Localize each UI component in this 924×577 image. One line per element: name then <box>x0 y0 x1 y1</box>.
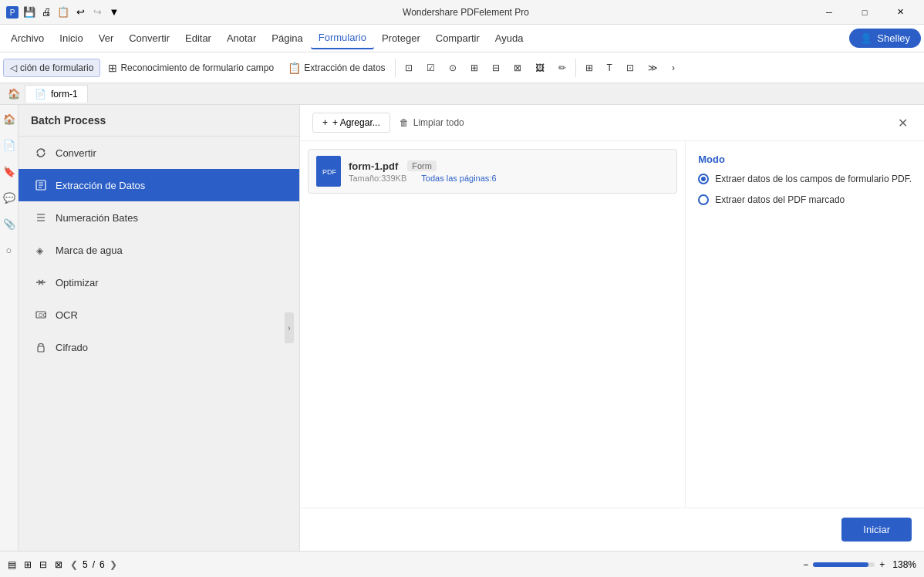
toolbar-icon1[interactable]: ⊡ <box>399 59 419 76</box>
toolbar-icon8[interactable]: ✏ <box>552 59 572 76</box>
sidebar-signature-icon[interactable]: ○ <box>2 242 17 258</box>
menu-convertir[interactable]: Convertir <box>121 28 177 49</box>
left-sidebar: 🏠 📄 🔖 💬 📎 ○ <box>0 105 19 551</box>
batch-content-header: + + Agregar... 🗑 Limpiar todo ✕ <box>300 105 924 141</box>
toolbar-icon9[interactable]: ⊞ <box>579 59 599 76</box>
svg-text:OCR: OCR <box>39 312 47 318</box>
close-batch-button[interactable]: ✕ <box>893 113 912 132</box>
user-icon: 👤 <box>860 32 872 44</box>
mode-radio-2 <box>698 194 709 205</box>
document-tab[interactable]: 📄 form-1 <box>25 85 88 103</box>
optimizar-label: Optimizar <box>56 277 99 288</box>
toolbar-icon7[interactable]: 🖼 <box>529 59 551 76</box>
bottom-bar: ▤ ⊞ ⊟ ⊠ ❮ 5 / 6 ❯ − + 138% <box>0 551 924 577</box>
batch-title: Batch Process <box>19 105 299 137</box>
toolbar-separator-1 <box>395 59 396 77</box>
sidebar-page-icon[interactable]: 📄 <box>2 137 17 153</box>
undo-icon[interactable]: ↩ <box>74 6 86 19</box>
save-icon[interactable]: 💾 <box>23 6 35 19</box>
recognize-icon: ⊞ <box>108 62 117 74</box>
file-meta: Tamaño:339KB Todas las páginas:6 <box>349 174 669 183</box>
home-tab-icon[interactable]: 🏠 <box>3 83 25 105</box>
toolbar-icon12[interactable]: ≫ <box>642 59 664 76</box>
marca-label: Marca de agua <box>56 245 123 256</box>
file-size: Tamaño:339KB <box>349 174 406 183</box>
toolbar-icon2[interactable]: ☑ <box>420 59 441 76</box>
menu-archivo[interactable]: Archivo <box>3 28 52 49</box>
toolbar-form-action[interactable]: ◁ ción de formulario <box>3 59 100 77</box>
page-next-button[interactable]: ❯ <box>110 559 117 570</box>
batch-content: + + Agregar... 🗑 Limpiar todo ✕ PDF <box>300 105 924 551</box>
cifrado-icon <box>34 340 48 354</box>
maximize-button[interactable]: □ <box>847 0 882 25</box>
toolbar-icon6[interactable]: ⊠ <box>508 59 528 76</box>
file-info: form-1.pdf Form Tamaño:339KB Todas las p… <box>349 160 669 183</box>
ocr-icon: OCR <box>34 308 48 322</box>
redo-icon[interactable]: ↪ <box>91 6 103 19</box>
toolbar-extract[interactable]: 📋 Extracción de datos <box>282 59 391 77</box>
zoom-in-button[interactable]: + <box>879 559 885 570</box>
toolbar-icon3[interactable]: ⊙ <box>443 59 463 76</box>
view-icon-2[interactable]: ⊞ <box>24 559 32 570</box>
user-button[interactable]: 👤 Shelley <box>849 29 921 48</box>
sidebar-comment-icon[interactable]: 💬 <box>2 190 17 205</box>
view-icon-1[interactable]: ▤ <box>8 559 16 570</box>
tab-bar: 🏠 📄 form-1 <box>0 83 924 105</box>
batch-menu-extraccion[interactable]: Extracción de Datos <box>19 169 299 201</box>
toolbar-icon4[interactable]: ⊞ <box>464 59 484 76</box>
mode-title: Modo <box>698 154 912 165</box>
toolbar-icon11[interactable]: ⊡ <box>620 59 640 76</box>
toolbar-icon10[interactable]: T <box>601 59 619 76</box>
copy-icon[interactable]: 📋 <box>57 6 69 19</box>
tab-label: form-1 <box>51 89 78 100</box>
convertir-icon <box>34 146 48 160</box>
panel-collapse-arrow[interactable]: › <box>285 312 294 343</box>
batch-menu-marca[interactable]: ◈ Marca de agua <box>19 234 299 266</box>
clear-button[interactable]: 🗑 Limpiar todo <box>390 113 474 132</box>
menu-pagina[interactable]: Página <box>264 28 310 49</box>
zoom-out-button[interactable]: − <box>803 559 808 570</box>
add-button[interactable]: + + Agregar... <box>312 113 390 133</box>
menu-ayuda[interactable]: Ayuda <box>487 28 531 49</box>
file-item: PDF form-1.pdf Form Tamaño:339KB Todas l… <box>308 149 677 194</box>
iniciar-button[interactable]: Iniciar <box>841 518 912 542</box>
menu-editar[interactable]: Editar <box>177 28 219 49</box>
file-name: form-1.pdf <box>349 160 398 172</box>
sidebar-home-icon[interactable]: 🏠 <box>2 111 17 127</box>
menu-ver[interactable]: Ver <box>91 28 122 49</box>
view-icon-3[interactable]: ⊟ <box>39 559 47 570</box>
batch-footer: Iniciar <box>300 508 924 551</box>
toolbar-more[interactable]: › <box>666 59 681 76</box>
batch-menu-numeracion[interactable]: Numeración Bates <box>19 201 299 234</box>
window-controls: ─ □ ✕ <box>811 0 918 25</box>
file-tag: Form <box>407 160 437 171</box>
close-button[interactable]: ✕ <box>882 0 918 25</box>
batch-menu-convertir[interactable]: Convertir <box>19 137 299 169</box>
trash-icon: 🗑 <box>400 117 409 128</box>
zoom-control: − + 138% <box>803 559 916 570</box>
dropdown-icon[interactable]: ▼ <box>108 6 120 19</box>
menu-proteger[interactable]: Proteger <box>374 28 428 49</box>
minimize-button[interactable]: ─ <box>811 0 847 25</box>
extract-label: Extracción de datos <box>304 62 385 73</box>
menu-anotar[interactable]: Anotar <box>219 28 264 49</box>
title-bar: P 💾 🖨 📋 ↩ ↪ ▼ Wondershare PDFelement Pro… <box>0 0 924 25</box>
numeracion-icon <box>34 211 48 224</box>
toolbar-icon5[interactable]: ⊟ <box>486 59 506 76</box>
batch-menu-cifrado[interactable]: Cifrado <box>19 331 299 363</box>
toolbar-recognize[interactable]: ⊞ Reconocimiento de formulario campo <box>102 59 280 77</box>
menu-formulario[interactable]: Formulario <box>311 27 374 49</box>
sidebar-bookmark-icon[interactable]: 🔖 <box>2 164 17 179</box>
mode-option-1[interactable]: Extraer datos de los campos de formulari… <box>698 173 912 186</box>
page-prev-button[interactable]: ❮ <box>70 559 78 570</box>
batch-menu-optimizar[interactable]: Optimizar <box>19 266 299 299</box>
mode-label-1: Extraer datos de los campos de formulari… <box>715 173 912 186</box>
view-icon-4[interactable]: ⊠ <box>55 559 62 570</box>
sidebar-attachment-icon[interactable]: 📎 <box>2 216 17 231</box>
mode-option-2[interactable]: Extraer datos del PDF marcado <box>698 194 912 207</box>
print-icon[interactable]: 🖨 <box>40 6 52 19</box>
menu-compartir[interactable]: Compartir <box>428 28 487 49</box>
optimizar-icon <box>34 275 48 289</box>
menu-inicio[interactable]: Inicio <box>52 28 90 49</box>
batch-menu-ocr[interactable]: OCR OCR <box>19 299 299 331</box>
